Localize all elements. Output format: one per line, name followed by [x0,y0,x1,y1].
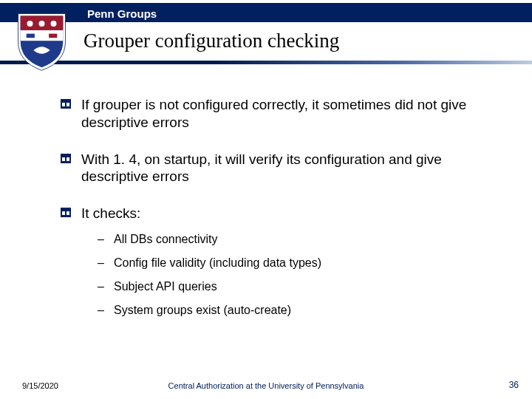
window-bullet-icon [61,154,71,164]
bullet-text: It checks: [81,205,140,222]
window-bullet-icon [61,208,71,218]
svg-rect-8 [66,103,69,106]
content-area: If grouper is not configured correctly, … [61,96,510,323]
svg-rect-14 [66,211,69,215]
footer-caption: Central Authorization at the University … [0,381,532,390]
svg-rect-4 [27,34,35,38]
sub-bullet-list: – All DBs connectivity – Config file val… [98,233,510,317]
dash-icon: – [98,280,108,293]
page-number: 36 [509,380,519,390]
svg-rect-10 [62,157,65,161]
bullet-text: If grouper is not configured correctly, … [81,96,510,132]
svg-rect-11 [66,157,69,161]
sub-bullet-item: – System groups exist (auto-create) [98,304,510,317]
svg-point-1 [27,21,33,27]
svg-rect-7 [62,103,65,106]
sub-bullet-text: System groups exist (auto-create) [114,304,291,317]
sub-bullet-text: All DBs connectivity [114,233,218,246]
svg-point-2 [39,21,45,27]
brand-label: Penn Groups [87,7,157,20]
title-underline [0,61,532,64]
dash-icon: – [98,256,108,270]
dash-icon: – [98,304,108,317]
svg-point-3 [51,21,57,27]
sub-bullet-text: Config file validity (including data typ… [114,256,321,270]
slide-title: Grouper configuration checking [83,30,339,52]
sub-bullet-item: – Subject API queries [98,280,510,293]
bullet-item: With 1. 4, on startup, it will verify it… [61,151,510,186]
bullet-text: With 1. 4, on startup, it will verify it… [81,151,510,186]
bullet-item: It checks: [61,205,510,222]
sub-bullet-item: – Config file validity (including data t… [98,256,510,270]
sub-bullet-item: – All DBs connectivity [98,233,510,246]
bullet-item: If grouper is not configured correctly, … [61,96,510,132]
dash-icon: – [98,233,108,246]
window-bullet-icon [61,99,71,109]
slide: Penn Groups Grouper configuration checki… [0,0,532,399]
penn-shield-logo [10,9,73,74]
svg-rect-5 [49,34,57,38]
header-bar: Penn Groups [0,3,532,22]
svg-rect-13 [62,211,65,215]
sub-bullet-text: Subject API queries [114,280,217,293]
